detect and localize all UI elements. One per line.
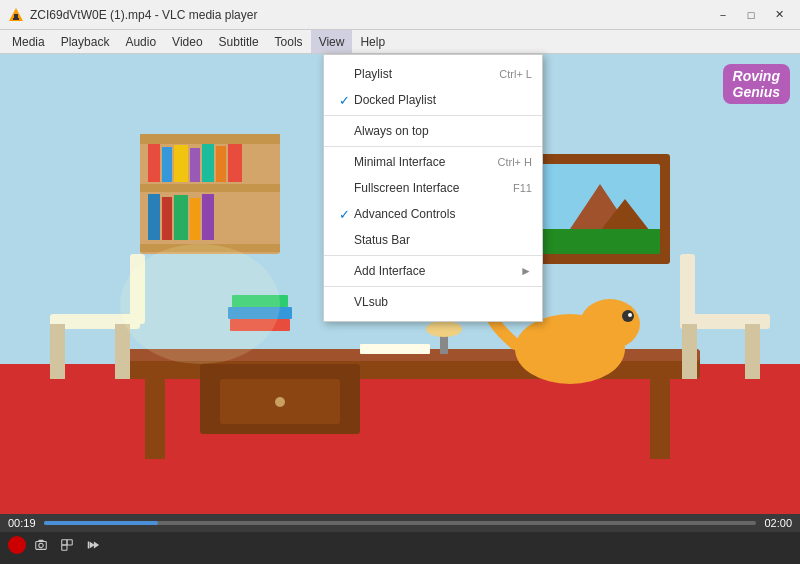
menu-item-always-on-top[interactable]: Always on top [324,118,542,144]
svg-rect-55 [38,540,43,542]
volume-icon-button[interactable] [674,560,696,564]
svg-rect-42 [680,254,695,324]
toggle-playlist-button[interactable] [156,560,178,564]
play-button[interactable] [8,560,30,564]
svg-rect-24 [202,144,214,182]
frame-by-frame-button[interactable] [82,534,104,556]
show-extended-button[interactable] [56,534,78,556]
svg-rect-9 [650,379,670,459]
svg-rect-18 [140,184,280,192]
time-total: 02:00 [762,517,792,529]
docked-playlist-label: Docked Playlist [354,93,512,107]
svg-rect-58 [62,545,67,550]
menu-item-fullscreen-interface[interactable]: Fullscreen Interface F11 [324,175,542,201]
add-interface-label: Add Interface [354,264,520,278]
menu-item-playlist[interactable]: Playlist Ctrl+ L [324,61,542,87]
menu-item-advanced-controls[interactable]: ✓ Advanced Controls [324,201,542,227]
title-bar: ZCI69dVtW0E (1).mp4 - VLC media player −… [0,0,800,30]
advanced-controls-label: Advanced Controls [354,207,512,221]
menu-audio[interactable]: Audio [117,30,164,53]
prev-button[interactable] [32,560,54,564]
next-button[interactable] [80,560,102,564]
menu-help[interactable]: Help [352,30,393,53]
svg-rect-36 [540,229,660,254]
stop-button[interactable] [56,560,78,564]
minimal-interface-shortcut: Ctrl+ H [497,156,532,168]
add-interface-arrow: ► [520,264,532,278]
always-on-top-label: Always on top [354,124,512,138]
svg-rect-40 [115,324,130,379]
loop-button[interactable] [180,560,202,564]
menu-item-add-interface[interactable]: Add Interface ► [324,258,542,284]
minimize-button[interactable]: − [710,5,736,25]
view-dropdown-menu: Playlist Ctrl+ L ✓ Docked Playlist Alway… [323,54,543,322]
volume-area: 100% [674,560,792,564]
minimal-interface-label: Minimal Interface [354,155,477,169]
menu-tools[interactable]: Tools [267,30,311,53]
maximize-button[interactable]: □ [738,5,764,25]
shuffle-button[interactable] [204,560,226,564]
window-title: ZCI69dVtW0E (1).mp4 - VLC media player [30,8,257,22]
menu-section-vlsub: VLsub [324,287,542,317]
playlist-shortcut: Ctrl+ L [499,68,532,80]
svg-rect-27 [148,194,160,240]
menu-item-vlsub[interactable]: VLsub [324,289,542,315]
vlsub-label: VLsub [354,295,512,309]
fullscreen-button[interactable] [106,560,128,564]
view-controls [106,560,152,564]
time-current: 00:19 [8,517,38,529]
svg-marker-60 [94,542,99,549]
svg-point-54 [39,543,43,547]
svg-rect-20 [148,144,160,182]
svg-rect-2 [13,18,19,20]
status-bar-label: Status Bar [354,233,512,247]
menu-video[interactable]: Video [164,30,210,53]
svg-rect-8 [145,379,165,459]
fullscreen-interface-shortcut: F11 [513,182,532,194]
svg-rect-31 [202,194,214,240]
vlc-icon [8,7,24,23]
menu-item-minimal-interface[interactable]: Minimal Interface Ctrl+ H [324,149,542,175]
svg-rect-57 [67,540,72,545]
svg-rect-5 [0,364,800,514]
svg-point-52 [120,244,280,364]
svg-rect-39 [50,324,65,379]
menu-bar: Media Playback Audio Video Subtitle Tool… [0,30,800,54]
svg-rect-51 [360,344,430,354]
svg-point-12 [275,397,285,407]
menu-view[interactable]: View [311,30,353,53]
svg-point-48 [628,313,632,317]
playlist-label: Playlist [354,67,479,81]
menu-section-interface: Minimal Interface Ctrl+ H Fullscreen Int… [324,147,542,256]
snapshot-button[interactable] [30,534,52,556]
svg-rect-17 [140,134,280,144]
svg-rect-43 [682,324,697,379]
close-button[interactable]: ✕ [766,5,792,25]
advanced-controls-check: ✓ [334,207,354,222]
menu-item-status-bar[interactable]: Status Bar [324,227,542,253]
svg-rect-21 [162,147,172,182]
logo-line1: Roving [733,68,780,84]
menu-playback[interactable]: Playback [53,30,118,53]
record-button[interactable] [8,536,26,554]
svg-rect-25 [216,146,226,182]
menu-item-docked-playlist[interactable]: ✓ Docked Playlist [324,87,542,113]
progress-fill [44,521,158,525]
fullscreen-interface-label: Fullscreen Interface [354,181,493,195]
progress-bar-area: 00:19 02:00 [0,514,800,532]
playlist-controls [156,560,226,564]
svg-rect-44 [745,324,760,379]
docked-playlist-check: ✓ [334,93,354,108]
svg-rect-30 [190,198,200,240]
svg-rect-22 [174,145,188,182]
menu-section-playlist: Playlist Ctrl+ L ✓ Docked Playlist [324,59,542,116]
menu-media[interactable]: Media [4,30,53,53]
menu-subtitle[interactable]: Subtitle [211,30,267,53]
main-controls-row: 100% [0,558,800,564]
svg-rect-61 [88,542,89,549]
extended-settings-button[interactable] [130,560,152,564]
progress-track[interactable] [44,521,756,525]
menu-section-top: Always on top [324,116,542,147]
svg-point-46 [580,299,640,349]
svg-rect-28 [162,197,172,240]
